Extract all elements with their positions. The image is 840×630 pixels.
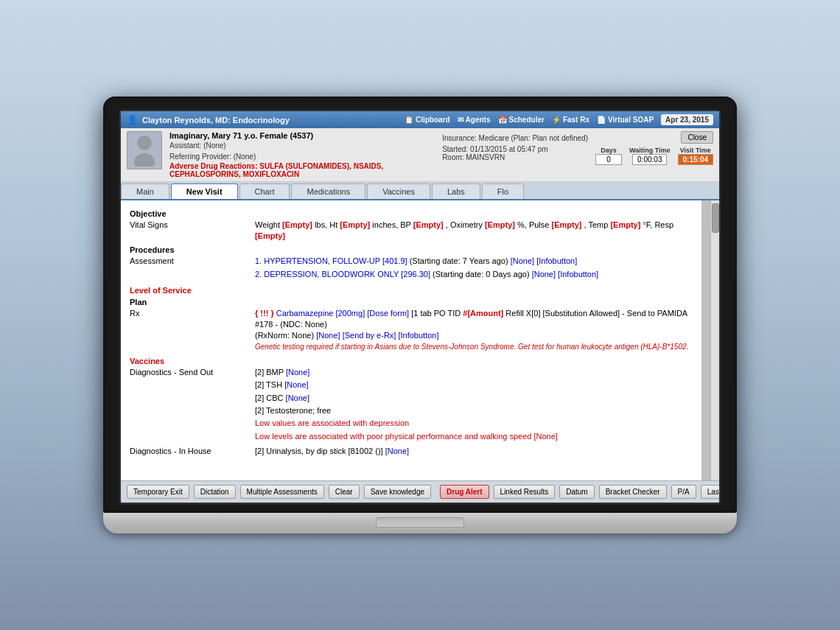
scrollbar-thumb[interactable] — [712, 203, 719, 233]
rx-row: Rx { !!! } Carbamazepine [200mg] [Dose f… — [130, 308, 693, 352]
tab-labs[interactable]: Labs — [432, 183, 480, 199]
assessment-2-text[interactable]: DEPRESSION, BLOODWORK ONLY — [264, 270, 399, 279]
assessment-1-none[interactable]: [None] — [511, 256, 534, 265]
laptop-frame: 👤 Clayton Reynolds, MD: Endocrinology 📋 … — [103, 97, 737, 533]
assessment-2-detail: (Starting date: 0 Days ago) — [433, 270, 529, 279]
screen: 👤 Clayton Reynolds, MD: Endocrinology 📋 … — [119, 110, 721, 504]
svg-point-0 — [137, 136, 152, 150]
days-value: 0 — [595, 154, 622, 165]
fast-rx-btn[interactable]: ⚡ Fast Rx — [552, 116, 589, 124]
vital-signs-content: Weight [Empty] lbs, Ht [Empty] inches, B… — [255, 220, 693, 242]
temp-exit-button[interactable]: Temporary Exit — [127, 485, 189, 499]
patient-started: Started: 01/13/2015 at 05:47 pm — [442, 145, 588, 153]
dictation-button[interactable]: Dictation — [194, 485, 236, 499]
assessment-2-none[interactable]: [None] — [532, 270, 556, 279]
diag-tsh-none[interactable]: [None] — [284, 380, 308, 389]
days-box: Days 0 — [595, 147, 622, 165]
patient-allergies: Adverse Drug Reactions: SULFA (SULFONAMI… — [169, 162, 435, 178]
procedures-heading: Procedures — [130, 245, 693, 254]
agents-icon: ✉ — [458, 116, 463, 124]
rx-dose-form[interactable]: [Dose form] — [367, 309, 409, 318]
vital-ht[interactable]: [Empty] — [340, 220, 370, 229]
level-of-service-heading: Level of Service — [130, 286, 693, 295]
diag-note2-text: Low levels are associated with poor phys… — [255, 432, 558, 441]
diag-inhouse-row: Diagnostics - In House [2] Urinalysis, b… — [130, 446, 693, 458]
diag-ua-text: [2] Urinalysis, by dip stick [81002 ()] — [255, 447, 385, 455]
last-visit-button[interactable]: Last visit — [701, 485, 721, 499]
diag-cbc-none[interactable]: [None] — [286, 393, 309, 402]
assessment-1-infobutton[interactable]: [Infobutton] — [536, 256, 577, 265]
agents-btn[interactable]: ✉ Agents — [458, 116, 491, 124]
rx-label: Rx — [130, 308, 248, 352]
assessment-1-number[interactable]: 1. — [255, 256, 264, 265]
vital-weight[interactable]: [Empty] — [282, 220, 312, 229]
diag-sendout-content: [2] BMP [None] [2] TSH [None] [2] CBC [N… — [255, 367, 693, 444]
vital-ox-prefix: , Oximetry — [446, 220, 485, 229]
datum-button[interactable]: Datum — [559, 485, 594, 499]
rx-infobutton-link[interactable]: [Infobutton] — [398, 331, 438, 340]
save-knowledge-button[interactable]: Save knowledge — [364, 485, 431, 499]
diag-tsh: [2] TSH [None] — [255, 379, 693, 391]
clipboard-label: Clipboard — [416, 116, 450, 124]
vital-weight-prefix: Weight — [255, 220, 282, 229]
multiple-assessments-button[interactable]: Multiple Assessments — [240, 485, 324, 499]
close-button[interactable]: Close — [681, 131, 713, 144]
bracket-checker-button[interactable]: Bracket Checker — [599, 485, 667, 499]
assessment-2-infobutton[interactable]: [Infobutton] — [558, 270, 598, 279]
pia-button[interactable]: P/A — [671, 485, 696, 499]
title-bar: 👤 Clayton Reynolds, MD: Endocrinology 📋 … — [121, 111, 719, 128]
rx-erx-link[interactable]: [Send by e-Rx] — [343, 331, 396, 340]
diag-bmp-text: [2] BMP — [255, 368, 286, 377]
waiting-value: 0:00:03 — [632, 154, 667, 165]
clear-button[interactable]: Clear — [329, 485, 360, 499]
assessment-2-number[interactable]: 2. — [255, 270, 264, 279]
diag-bmp-none[interactable]: [None] — [286, 368, 309, 377]
patient-name: Imaginary, Mary 71 y.o. Female (4537) — [169, 131, 435, 140]
assessment-1-text[interactable]: HYPERTENSION, FOLLOW-UP — [264, 256, 380, 265]
rx-content: { !!! } Carbamazepine [200mg] [Dose form… — [255, 308, 693, 352]
linked-results-button[interactable]: Linked Results — [494, 485, 556, 499]
allergy-label: Adverse Drug Reactions: — [169, 162, 257, 170]
vital-pulse[interactable]: [Empty] — [551, 220, 581, 229]
tab-flo[interactable]: Flo — [482, 183, 524, 199]
vital-oximetry[interactable]: [Empty] — [485, 220, 515, 229]
diag-testosterone: [2] Testosterone; free — [255, 405, 693, 416]
tab-main[interactable]: Main — [121, 183, 169, 199]
rx-amount[interactable]: #[Amount] — [463, 309, 503, 318]
patient-avatar — [127, 131, 162, 169]
diag-tsh-text: [2] TSH — [255, 380, 284, 389]
diag-inhouse-label: Diagnostics - In House — [130, 446, 248, 458]
tab-new-visit[interactable]: New Visit — [171, 183, 238, 199]
clipboard-btn[interactable]: 📋 Clipboard — [405, 116, 450, 124]
patient-info: Imaginary, Mary 71 y.o. Female (4537) As… — [169, 131, 435, 178]
scheduler-btn[interactable]: 📅 Scheduler — [498, 116, 545, 124]
provider-title: Clayton Reynolds, MD: Endocrinology — [142, 116, 290, 125]
vital-resp[interactable]: [Empty] — [255, 231, 285, 240]
scrollbar-track[interactable] — [710, 200, 719, 480]
tab-chart[interactable]: Chart — [239, 183, 290, 199]
patient-insurance: Insurance: Medicare (Plan: Plan not defi… — [442, 134, 588, 142]
tab-vaccines[interactable]: Vaccines — [367, 183, 430, 199]
vital-temp[interactable]: [Empty] — [610, 220, 640, 229]
vital-ht-prefix: lbs, Ht — [315, 220, 340, 229]
patient-room: Room: MAINSVRN — [442, 153, 588, 161]
vital-temp-prefix: , Temp — [584, 220, 611, 229]
assessment-1-code[interactable]: [401.9] — [382, 256, 410, 265]
rx-drug-name[interactable]: Carbamazepine [200mg] — [276, 309, 365, 318]
rx-none-link[interactable]: [None] — [316, 331, 340, 340]
diag-sendout-label: Diagnostics - Send Out — [130, 367, 248, 444]
vital-bp[interactable]: [Empty] — [413, 220, 444, 229]
timing-row: Days 0 Waiting Time 0:00:03 Visit Time 0… — [595, 147, 713, 165]
patient-bar: Imaginary, Mary 71 y.o. Female (4537) As… — [121, 128, 719, 182]
patient-right: Close Days 0 Waiting Time 0:00:03 — [595, 131, 713, 165]
trackpad[interactable] — [376, 517, 464, 528]
title-bar-left: 👤 Clayton Reynolds, MD: Endocrinology — [127, 115, 290, 125]
laptop-base — [103, 513, 737, 533]
tab-medications[interactable]: Medications — [291, 183, 365, 199]
diag-ua-none[interactable]: [None] — [385, 447, 409, 455]
assessment-2-code[interactable]: [296.30] — [401, 270, 433, 279]
virtual-soap-btn[interactable]: 📄 Virtual SOAP — [597, 116, 654, 124]
drug-alert-button[interactable]: Drug Alert — [440, 485, 489, 499]
diag-cbc-text: [2] CBC — [255, 393, 286, 402]
rx-main-line: { !!! } Carbamazepine [200mg] [Dose form… — [255, 308, 693, 331]
